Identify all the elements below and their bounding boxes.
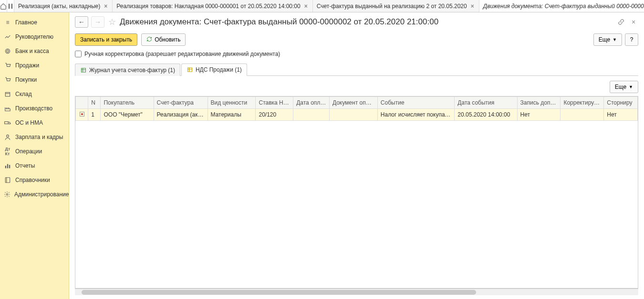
box-icon [4, 90, 11, 98]
table-icon [80, 67, 87, 74]
svg-rect-10 [9, 165, 10, 168]
table-header[interactable]: Сторниру [604, 97, 638, 109]
ops-icon: ДтКт [4, 148, 11, 155]
help-button[interactable]: ? [625, 33, 638, 46]
sidebar-item-label: Покупки [15, 76, 37, 83]
link-icon[interactable] [616, 17, 626, 27]
table-header[interactable]: Вид ценности [208, 97, 256, 109]
sidebar-item-label: Руководителю [15, 33, 53, 40]
sidebar-item-production[interactable]: Производство [0, 101, 69, 116]
top-tab-2[interactable]: Счет-фактура выданный на реализацию 2 от… [313, 0, 479, 12]
table-cell: Реализация (акт, ... [154, 109, 208, 121]
tab-invoice-journal[interactable]: Журнал учета счетов-фактур (1) [75, 64, 180, 76]
table-cell: Нет [604, 109, 638, 121]
table-header[interactable]: N [88, 97, 101, 109]
table-row[interactable]: 1 ООО "Чермет" Реализация (акт, ... Мате… [76, 109, 638, 121]
top-tab-1[interactable]: Реализация товаров: Накладная 0000-00000… [113, 0, 312, 12]
menu-icon: ≡ [4, 19, 11, 26]
sidebar: ≡ Главное Руководителю Банк и касса Прод… [0, 12, 69, 299]
bars-icon [4, 162, 11, 170]
sidebar-item-label: Администрирование [14, 191, 69, 198]
row-marker-icon [80, 112, 84, 117]
save-close-button[interactable]: Записать и закрыть [75, 33, 137, 46]
tab-label: НДС Продажи (1) [196, 66, 242, 73]
table-header[interactable]: Дата опла... [293, 97, 330, 109]
svg-rect-11 [5, 178, 10, 183]
table-cell [329, 109, 377, 121]
button-label: Еще [599, 36, 610, 43]
sidebar-item-operations[interactable]: ДтКт Операции [0, 144, 69, 159]
tab-vat-sales[interactable]: НДС Продажи (1) [181, 64, 247, 76]
sidebar-item-reports[interactable]: Отчеты [0, 159, 69, 173]
sidebar-item-label: Отчеты [15, 162, 35, 169]
sidebar-item-manager[interactable]: Руководителю [0, 30, 69, 44]
refresh-icon [146, 36, 152, 43]
svg-rect-1 [11, 3, 12, 9]
chevron-down-icon: ▼ [613, 37, 617, 42]
table-header[interactable]: Счет-фактура [154, 97, 208, 109]
sidebar-item-assets[interactable]: ОС и НМА [0, 116, 69, 130]
close-icon[interactable]: × [103, 3, 108, 10]
sidebar-item-label: Продажи [15, 62, 39, 69]
chart-icon [4, 33, 11, 41]
table-cell: 1 [88, 109, 101, 121]
top-tab-label: Счет-фактура выданный на реализацию 2 от… [317, 3, 467, 10]
pin-icon[interactable] [7, 0, 14, 12]
top-tab-label: Реализация (акты, накладные) [18, 3, 100, 10]
top-tab-label: Движения документа: Счет-фактура выданны… [483, 3, 644, 10]
more-button-table[interactable]: Еще ▼ [610, 81, 638, 93]
svg-point-2 [5, 49, 10, 53]
manual-correction-checkbox[interactable] [75, 51, 82, 57]
sidebar-item-salary[interactable]: Зарплата и кадры [0, 130, 69, 144]
nav-forward-button[interactable]: → [91, 16, 104, 28]
svg-point-3 [7, 50, 9, 53]
table-header[interactable]: Запись допо... [517, 97, 561, 109]
truck-icon [4, 119, 11, 127]
more-button[interactable]: Еще ▼ [593, 33, 622, 46]
scrollbar-thumb[interactable] [82, 290, 476, 295]
table-header[interactable]: Ставка НДС [256, 97, 293, 109]
sidebar-item-label: Главное [15, 19, 37, 26]
sidebar-item-purchases[interactable]: Покупки [0, 73, 69, 87]
sidebar-item-warehouse[interactable]: Склад [0, 87, 69, 101]
button-label: Записать и закрыть [80, 36, 132, 43]
table-cell: 20/120 [256, 109, 293, 121]
svg-rect-14 [82, 68, 86, 72]
inner-tabs: Журнал учета счетов-фактур (1) НДС Прода… [75, 63, 638, 76]
table-header[interactable]: Дата события [455, 97, 517, 109]
table-header[interactable]: Корректируе... [561, 97, 604, 109]
data-table: N Покупатель Счет-фактура Вид ценности С… [75, 96, 638, 288]
star-icon[interactable]: ☆ [107, 17, 117, 27]
nav-back-button[interactable]: ← [75, 16, 88, 28]
close-icon[interactable]: × [303, 3, 309, 10]
page-title: Движения документа: Счет-фактура выданны… [120, 17, 438, 27]
table-header[interactable]: Покупатель [101, 97, 154, 109]
table-header-row: N Покупатель Счет-фактура Вид ценности С… [76, 97, 638, 109]
sidebar-item-references[interactable]: Справочники [0, 173, 69, 187]
svg-rect-0 [9, 3, 10, 9]
checkbox-label: Ручная корректировка (разрешает редактир… [84, 51, 280, 57]
close-icon[interactable]: × [470, 3, 475, 10]
table-header[interactable] [76, 97, 88, 109]
table-icon [187, 66, 193, 73]
top-tab-3[interactable]: Движения документа: Счет-фактура выданны… [479, 0, 644, 12]
refresh-button[interactable]: Обновить [141, 33, 186, 46]
home-icon[interactable] [0, 0, 7, 12]
button-label: ? [630, 36, 634, 43]
close-icon[interactable]: × [629, 17, 638, 27]
table-header[interactable]: Документ оплаты [329, 97, 377, 109]
svg-rect-8 [5, 166, 6, 168]
svg-rect-17 [187, 68, 192, 72]
sidebar-item-sales[interactable]: Продажи [0, 58, 69, 73]
table-header[interactable]: Событие [377, 97, 455, 109]
horizontal-scrollbar[interactable] [75, 288, 638, 295]
svg-rect-4 [5, 93, 10, 96]
top-tab-0[interactable]: Реализация (акты, накладные) × [14, 0, 113, 12]
sidebar-item-admin[interactable]: Администрирование [0, 187, 69, 202]
sidebar-item-label: Склад [15, 91, 32, 97]
sidebar-item-bank[interactable]: Банк и касса [0, 44, 69, 58]
tab-label: Журнал учета счетов-фактур (1) [89, 67, 175, 74]
sidebar-item-main[interactable]: ≡ Главное [0, 15, 69, 30]
sidebar-item-label: Производство [15, 105, 52, 112]
sidebar-item-label: Зарплата и кадры [15, 134, 63, 140]
